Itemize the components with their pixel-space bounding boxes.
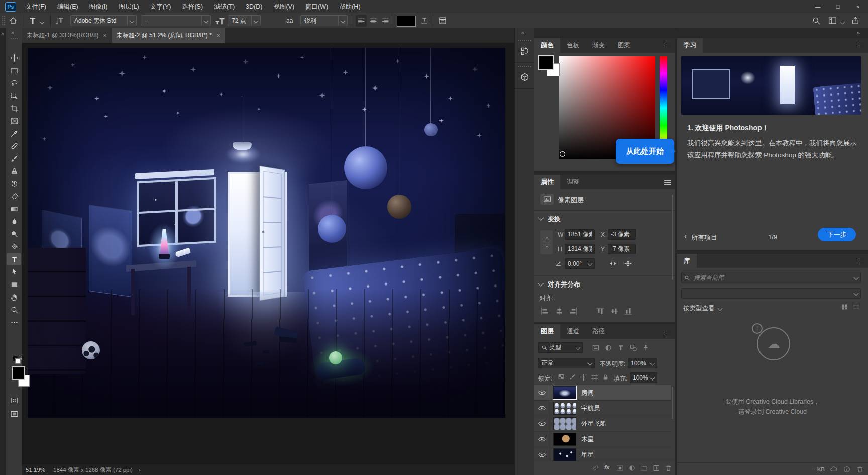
add-mask-button[interactable] (616, 464, 624, 472)
history-panel-button[interactable] (517, 44, 533, 58)
type-tool[interactable] (7, 253, 21, 265)
lock-position-button[interactable] (580, 373, 587, 381)
flip-horizontal-button[interactable] (609, 259, 617, 268)
home-button[interactable] (9, 16, 18, 25)
maximize-button[interactable]: □ (828, 0, 848, 13)
lock-transparent-pixels-button[interactable] (558, 373, 565, 381)
delete-library-item-button[interactable] (856, 465, 864, 473)
menu-view[interactable]: 视图(V) (268, 0, 300, 13)
screen-mode-button[interactable] (6, 408, 22, 420)
tab-gradients[interactable]: 渐变 (586, 38, 611, 53)
layer-thumbnail[interactable] (553, 433, 576, 446)
menu-help[interactable]: 帮助(H) (334, 0, 366, 13)
gradient-tool[interactable] (6, 203, 22, 215)
opacity-select[interactable]: 100% (628, 358, 657, 368)
next-step-button[interactable]: 下一步 (818, 228, 856, 241)
tab-properties[interactable]: 属性 (534, 175, 560, 189)
toolbar-collapse-icon[interactable]: » (11, 29, 14, 35)
zoom-tool[interactable] (6, 304, 22, 316)
align-right-edges-button[interactable] (569, 307, 578, 316)
grid-view-button[interactable] (841, 303, 848, 311)
text-orientation-button[interactable] (55, 16, 64, 25)
y-field[interactable]: -7 像素 (608, 244, 636, 254)
back-chevron-icon[interactable]: ‹ (684, 232, 687, 241)
x-field[interactable]: -3 像素 (608, 229, 636, 240)
filter-adjustment-layers-icon[interactable] (604, 344, 612, 352)
object-selection-tool[interactable] (6, 89, 22, 102)
clone-stamp-tool[interactable] (6, 165, 22, 177)
layers-scrollbar[interactable] (672, 387, 673, 419)
collapse-right-dock-icon[interactable]: » (857, 30, 860, 36)
search-button[interactable] (812, 16, 821, 25)
layer-row-alien-ship[interactable]: 外星飞船 (534, 416, 671, 432)
color-picker-cursor[interactable] (560, 151, 565, 157)
panel-menu-icon[interactable] (857, 259, 864, 263)
font-style-select[interactable]: - (141, 15, 211, 26)
align-text-left-button[interactable] (356, 15, 367, 27)
height-field[interactable]: 1314 像素 (565, 244, 595, 254)
tab-libraries[interactable]: 库 (677, 254, 697, 268)
tab-layers[interactable]: 图层 (534, 324, 560, 339)
panel-menu-icon[interactable] (664, 44, 671, 48)
tab-swatches[interactable]: 色板 (560, 38, 586, 53)
panel-menu-icon[interactable] (857, 44, 864, 48)
library-search-field[interactable] (681, 272, 861, 283)
font-family-select[interactable]: Adobe 黑体 Std (70, 15, 137, 26)
dodge-tool[interactable] (6, 228, 22, 240)
filter-shape-layers-icon[interactable] (629, 344, 637, 352)
layer-thumbnail[interactable] (553, 417, 576, 430)
menu-image[interactable]: 图像(I) (84, 0, 114, 13)
blur-tool[interactable] (6, 215, 22, 227)
delete-layer-button[interactable] (665, 464, 672, 472)
filter-smart-objects-icon[interactable] (642, 344, 650, 352)
antialias-select[interactable]: 锐利 (300, 15, 348, 26)
menu-file[interactable]: 文件(F) (20, 0, 52, 13)
menu-filter[interactable]: 滤镜(T) (208, 0, 240, 13)
collapse-panels-icon[interactable]: « (521, 30, 524, 36)
align-text-center-button[interactable] (368, 15, 379, 27)
angle-field[interactable]: 0.00° (565, 258, 595, 269)
align-top-edges-button[interactable] (596, 307, 605, 316)
width-field[interactable]: 1851 像素 (565, 229, 595, 240)
filter-type-layers-icon[interactable] (617, 344, 625, 352)
align-section-chevron-icon[interactable] (538, 280, 544, 286)
status-chevron-icon[interactable]: › (139, 467, 141, 473)
document-tab-1-close-icon[interactable]: × (103, 32, 107, 39)
healing-brush-tool[interactable] (6, 140, 22, 152)
canvas-image[interactable] (28, 48, 505, 418)
new-group-button[interactable] (640, 464, 648, 472)
rectangle-tool[interactable] (6, 278, 22, 291)
library-search-input[interactable] (693, 274, 854, 282)
history-brush-tool[interactable] (6, 177, 22, 189)
list-view-button[interactable] (852, 303, 860, 311)
toggle-panels-button[interactable] (438, 16, 447, 25)
lasso-tool[interactable] (6, 77, 22, 89)
minimize-button[interactable]: — (808, 0, 828, 13)
brush-tool[interactable] (6, 152, 22, 164)
quick-mask-button[interactable] (6, 394, 22, 406)
link-dimensions-button[interactable] (540, 230, 553, 254)
link-layers-button[interactable] (592, 464, 599, 472)
filter-pixel-layers-icon[interactable] (592, 344, 600, 352)
layer-thumbnail[interactable] (553, 448, 576, 461)
lock-artboard-button[interactable] (591, 373, 598, 381)
eyedropper-tool[interactable] (6, 127, 22, 139)
menu-edit[interactable]: 编辑(E) (52, 0, 84, 13)
align-bottom-edges-button[interactable] (624, 307, 633, 316)
lock-image-pixels-button[interactable] (569, 373, 576, 381)
edit-toolbar-button[interactable] (6, 316, 22, 328)
foreground-color-well[interactable] (539, 56, 553, 69)
pen-tool[interactable] (6, 240, 22, 252)
info-icon[interactable] (843, 465, 851, 473)
library-select[interactable] (681, 288, 861, 299)
panel-menu-icon[interactable] (664, 180, 671, 185)
tab-color[interactable]: 颜色 (534, 38, 560, 53)
close-button[interactable]: × (848, 0, 868, 13)
frame-tool[interactable] (6, 115, 22, 127)
visibility-toggle[interactable] (534, 447, 550, 462)
layer-styles-button[interactable]: fx (604, 464, 609, 470)
layer-row-jupiter[interactable]: 木星 (534, 432, 671, 447)
layer-thumbnail[interactable] (553, 402, 576, 415)
align-left-edges-button[interactable] (540, 307, 550, 316)
align-horizontal-centers-button[interactable] (555, 307, 564, 316)
